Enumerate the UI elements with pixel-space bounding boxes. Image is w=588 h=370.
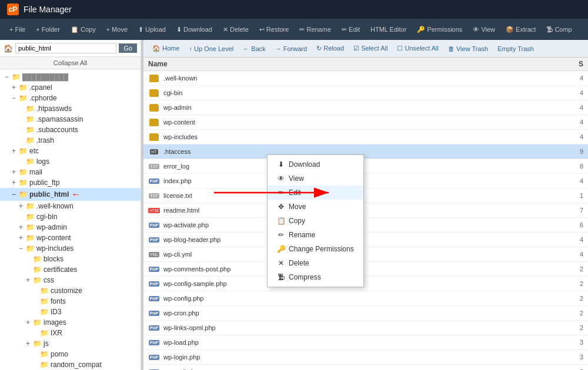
up-level-btn[interactable]: ↑ Up One Level bbox=[185, 43, 238, 54]
tree-logs[interactable]: 📁 logs bbox=[0, 156, 141, 167]
file-row[interactable]: PHP wp-config-sample.php 2 bbox=[143, 277, 588, 291]
tree-fonts[interactable]: 📁 fonts bbox=[0, 296, 141, 307]
ctx-edit[interactable]: ✏ Edit bbox=[268, 186, 363, 200]
tree-js[interactable]: + 📁 js bbox=[0, 338, 141, 349]
ctx-download[interactable]: ⬇ Download bbox=[268, 157, 363, 171]
new-folder-btn[interactable]: + Folder bbox=[31, 23, 65, 35]
file-row[interactable]: YML wp-cli.yml 4 bbox=[143, 247, 588, 262]
tree-id3[interactable]: 📁 ID3 bbox=[0, 307, 141, 317]
path-input[interactable] bbox=[15, 43, 116, 53]
select-all-btn[interactable]: ☑ Select All bbox=[349, 43, 392, 54]
title-bar: cP File Manager bbox=[0, 0, 588, 19]
file-row[interactable]: .well-known 4 bbox=[143, 71, 588, 86]
tree-trash[interactable]: 📁 .trash bbox=[0, 135, 141, 146]
tree-htpasswds[interactable]: 📁 .htpasswds bbox=[0, 103, 141, 114]
folder-type-icon bbox=[148, 88, 160, 98]
file-row[interactable]: TXT license.txt 1 bbox=[143, 189, 588, 203]
htaccess-row[interactable]: HT .htaccess 9 bbox=[143, 144, 588, 159]
file-row[interactable]: TXT error_log 8 bbox=[143, 159, 588, 174]
tree-spamassassin[interactable]: 📁 .spamassassin bbox=[0, 114, 141, 125]
file-size: 2 bbox=[548, 265, 583, 273]
extract-btn[interactable]: 📦 Extract bbox=[501, 23, 540, 36]
file-size: 4 bbox=[548, 251, 583, 258]
copy-btn[interactable]: 📋 Copy bbox=[66, 23, 101, 36]
file-row[interactable]: PHP wp-cron.php 2 bbox=[143, 306, 588, 321]
tree-images[interactable]: + 📁 images bbox=[0, 317, 141, 328]
file-size: 2 bbox=[548, 280, 583, 287]
tree-public-html[interactable]: − 📁 public_html ← bbox=[0, 188, 141, 201]
file-row[interactable]: PHP wp-load.php 3 bbox=[143, 335, 588, 350]
file-row[interactable]: PHP index.php 4 bbox=[143, 174, 588, 189]
file-row[interactable]: PHP wp-links-opml.php 2 bbox=[143, 321, 588, 335]
file-tree: − 📁 ██████████ + 📁 .cpanel − 📁 .cphorde … bbox=[0, 69, 141, 370]
file-row[interactable]: PHP wp-config.php 2 bbox=[143, 291, 588, 306]
php-type-icon: PHP bbox=[148, 366, 160, 370]
new-file-btn[interactable]: + File bbox=[5, 23, 30, 35]
tree-blocks[interactable]: 📁 blocks bbox=[0, 254, 141, 264]
unselect-all-btn[interactable]: ☐ Unselect All bbox=[393, 43, 443, 54]
tree-cpanel[interactable]: + 📁 .cpanel bbox=[0, 82, 141, 93]
tree-pomo[interactable]: 📁 pomo bbox=[0, 349, 141, 359]
tree-css[interactable]: + 📁 css bbox=[0, 275, 141, 285]
tree-cphorde[interactable]: − 📁 .cphorde bbox=[0, 93, 141, 103]
tree-certificates[interactable]: 📁 certificates bbox=[0, 264, 141, 275]
forward-btn[interactable]: → Forward bbox=[271, 43, 311, 54]
view-trash-btn[interactable]: 🗑 View Trash bbox=[444, 43, 492, 54]
tree-etc[interactable]: + 📁 etc bbox=[0, 146, 141, 156]
tree-customize[interactable]: 📁 customize bbox=[0, 285, 141, 296]
collapse-all-btn[interactable]: Collapse All bbox=[0, 57, 141, 69]
ctx-view[interactable]: 👁 View bbox=[268, 171, 363, 186]
html-editor-btn[interactable]: HTML Editor bbox=[366, 23, 411, 35]
compress-btn[interactable]: 🗜 Comp bbox=[542, 23, 576, 35]
file-row[interactable]: PHP wp-blog-header.php 4 bbox=[143, 233, 588, 247]
file-size: 4 bbox=[548, 177, 583, 184]
restore-btn[interactable]: ↩ Restore bbox=[255, 23, 294, 36]
ctx-permissions-label: Change Permissions bbox=[289, 245, 354, 253]
tree-random-compat[interactable]: 📁 random_compat bbox=[0, 359, 141, 370]
tree-ixr[interactable]: 📁 IXR bbox=[0, 328, 141, 338]
tree-public-ftp[interactable]: + 📁 public_ftp bbox=[0, 177, 141, 188]
file-row[interactable]: PHP wp-comments-post.php 2 bbox=[143, 262, 588, 277]
file-row[interactable]: HTM readme.html 7 bbox=[143, 203, 588, 218]
tree-root[interactable]: − 📁 ██████████ bbox=[0, 72, 141, 82]
ctx-compress[interactable]: 🗜 Compress bbox=[268, 270, 363, 284]
ctx-rename[interactable]: ✏ Rename bbox=[268, 228, 363, 242]
htaccess-type-icon: HT bbox=[148, 146, 160, 157]
home-nav-btn[interactable]: 🏠 Home bbox=[148, 43, 183, 54]
ctx-delete[interactable]: ✕ Delete bbox=[268, 256, 363, 270]
permissions-btn[interactable]: 🔑 Permissions bbox=[412, 23, 467, 36]
empty-trash-btn[interactable]: Empty Trash bbox=[493, 43, 538, 54]
rename-btn[interactable]: ✏ Rename bbox=[295, 23, 336, 36]
tree-subaccounts[interactable]: 📁 .subaccounts bbox=[0, 125, 141, 135]
ctx-move-label: Move bbox=[289, 203, 306, 211]
tree-mail[interactable]: + 📁 mail bbox=[0, 167, 141, 177]
move-btn[interactable]: + Move bbox=[102, 23, 132, 35]
tree-well-known[interactable]: + 📁 .well-known bbox=[0, 201, 141, 211]
file-row[interactable]: PHP wp-mail.php 3 bbox=[143, 365, 588, 370]
delete-btn[interactable]: ✕ Delete bbox=[218, 23, 253, 36]
ctx-view-label: View bbox=[289, 174, 304, 183]
file-row[interactable]: PHP wp-login.php 3 bbox=[143, 350, 588, 365]
back-btn[interactable]: ← Back bbox=[239, 43, 270, 54]
upload-btn[interactable]: ⬆ Upload bbox=[133, 23, 171, 36]
tree-wp-content[interactable]: + 📁 wp-content bbox=[0, 233, 141, 243]
file-row[interactable]: cgi-bin 4 bbox=[143, 86, 588, 100]
view-btn[interactable]: 👁 View bbox=[468, 23, 500, 35]
ctx-copy[interactable]: 📋 Copy bbox=[268, 214, 363, 228]
tree-wp-includes[interactable]: − 📁 wp-includes bbox=[0, 243, 141, 254]
download-btn[interactable]: ⬇ Download bbox=[172, 23, 217, 36]
file-size: 3 bbox=[548, 354, 583, 361]
ctx-move[interactable]: ✥ Move bbox=[268, 200, 363, 214]
php-type-icon: PHP bbox=[148, 264, 160, 274]
file-row[interactable]: PHP wp-activate.php 6 bbox=[143, 218, 588, 233]
go-btn[interactable]: Go bbox=[119, 43, 137, 53]
file-row[interactable]: wp-includes 4 bbox=[143, 130, 588, 144]
file-row[interactable]: wp-content 4 bbox=[143, 115, 588, 130]
edit-btn[interactable]: ✏ Edit bbox=[337, 23, 365, 36]
context-menu: ⬇ Download 👁 View ✏ Edit ✥ Move 📋 Copy ✏ bbox=[267, 154, 364, 287]
tree-wp-admin[interactable]: + 📁 wp-admin bbox=[0, 222, 141, 233]
ctx-permissions[interactable]: 🔑 Change Permissions bbox=[268, 242, 363, 256]
tree-cgi-bin[interactable]: 📁 cgi-bin bbox=[0, 211, 141, 222]
file-row[interactable]: wp-admin 4 bbox=[143, 100, 588, 115]
reload-btn[interactable]: ↻ Reload bbox=[312, 43, 348, 54]
